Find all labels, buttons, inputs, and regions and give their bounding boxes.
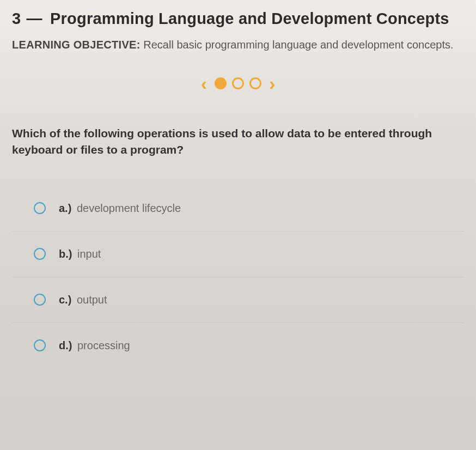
pager: ‹ › [12, 74, 464, 93]
radio-icon[interactable] [34, 248, 46, 260]
section-number: 3 [12, 10, 21, 27]
radio-icon[interactable] [34, 294, 46, 306]
pager-dot-3[interactable] [249, 77, 261, 89]
option-label: b.) input [59, 248, 101, 260]
option-text: input [77, 248, 101, 260]
question-text: Which of the following operations is use… [12, 125, 464, 159]
option-label: d.) processing [59, 339, 130, 352]
option-c[interactable]: c.) output [12, 277, 464, 323]
radio-icon[interactable] [34, 339, 46, 351]
option-d[interactable]: d.) processing [12, 323, 464, 368]
quiz-page: 3 — Programming Language and Development… [0, 0, 476, 450]
radio-icon[interactable] [34, 202, 46, 214]
option-a[interactable]: a.) development lifecycle [12, 186, 464, 231]
objective-label: LEARNING OBJECTIVE: [12, 39, 141, 51]
learning-objective: LEARNING OBJECTIVE: Recall basic program… [12, 38, 464, 52]
option-text: output [77, 294, 107, 306]
option-letter: c.) [59, 294, 71, 306]
option-label: c.) output [59, 294, 107, 306]
chevron-left-icon[interactable]: ‹ [199, 74, 209, 93]
option-letter: a.) [59, 202, 71, 214]
option-b[interactable]: b.) input [12, 231, 464, 277]
page-title: 3 — Programming Language and Development… [12, 10, 464, 28]
option-text: development lifecycle [77, 202, 181, 214]
title-dash: — [27, 10, 42, 27]
option-letter: d.) [59, 339, 72, 351]
pager-dot-2[interactable] [232, 77, 244, 89]
objective-text: Recall basic programming language and de… [143, 39, 453, 51]
option-letter: b.) [59, 248, 72, 260]
option-label: a.) development lifecycle [59, 202, 181, 215]
section-title: Programming Language and Development Con… [50, 10, 449, 27]
pager-dot-1[interactable] [215, 77, 227, 89]
options-list: a.) development lifecycle b.) input c.) … [12, 186, 464, 368]
chevron-right-icon[interactable]: › [267, 74, 277, 93]
option-text: processing [77, 339, 130, 351]
